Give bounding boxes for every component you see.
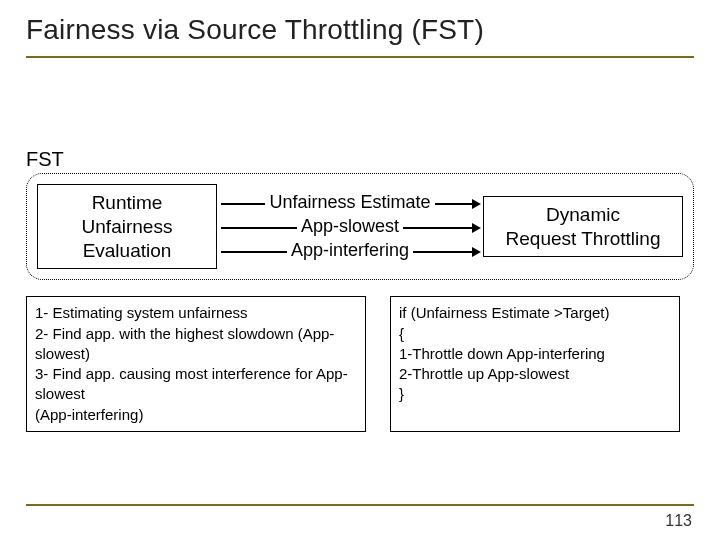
fst-group-label: FST bbox=[26, 148, 694, 171]
arrow-app-interfering: App-interfering bbox=[225, 239, 475, 263]
runtime-box: RuntimeUnfairnessEvaluation bbox=[37, 184, 217, 269]
note-right: if (Unfairness Estimate >Target){ 1-Thro… bbox=[390, 296, 680, 432]
notes-row: 1- Estimating system unfairness2- Find a… bbox=[26, 296, 694, 432]
page-title: Fairness via Source Throttling (FST) bbox=[26, 14, 694, 56]
arrow-unfairness-estimate: Unfairness Estimate bbox=[225, 191, 475, 215]
title-divider bbox=[26, 56, 694, 58]
note-left: 1- Estimating system unfairness2- Find a… bbox=[26, 296, 366, 432]
arrow-app-slowest: App-slowest bbox=[225, 215, 475, 239]
page-number: 113 bbox=[665, 512, 692, 530]
label-unfairness-estimate: Unfairness Estimate bbox=[265, 191, 434, 214]
mid-labels: Unfairness Estimate App-slowest App-inte… bbox=[225, 191, 475, 263]
label-app-slowest: App-slowest bbox=[297, 215, 403, 238]
bottom-divider bbox=[26, 504, 694, 506]
dynamic-box: DynamicRequest Throttling bbox=[483, 196, 683, 258]
fst-group: RuntimeUnfairnessEvaluation Unfairness E… bbox=[26, 173, 694, 280]
label-app-interfering: App-interfering bbox=[287, 239, 413, 262]
